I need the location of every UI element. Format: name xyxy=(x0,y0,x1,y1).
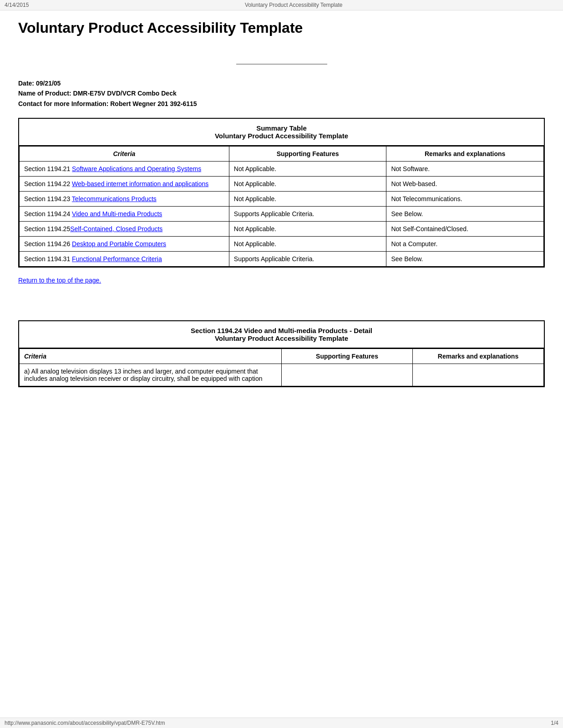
detail-table-header: Section 1194.24 Video and Multi-media Pr… xyxy=(19,321,544,349)
meta-product: Name of Product: DMR-E75V DVD/VCR Combo … xyxy=(18,88,545,98)
detail-col-remarks: Remarks and explanations xyxy=(413,349,544,364)
section-spacer xyxy=(18,302,545,320)
meta-contact-label: Contact for more Information: xyxy=(18,100,108,107)
meta-contact-value: Robert Wegner 201 392-6115 xyxy=(110,100,197,107)
summary-table-title: Summary Table xyxy=(25,124,538,132)
return-link[interactable]: Return to the top of the page. xyxy=(18,277,101,284)
criteria-cell: Section 1194.21 Software Applications an… xyxy=(20,162,229,177)
table-row: Section 1194.23 Telecommunications Produ… xyxy=(20,192,544,207)
criteria-cell: Section 1194.23 Telecommunications Produ… xyxy=(20,192,229,207)
summary-table-header: Summary Table Voluntary Product Accessib… xyxy=(19,119,544,146)
col-remarks: Remarks and explanations xyxy=(386,147,544,162)
detail-col-supporting: Supporting Features xyxy=(282,349,413,364)
meta-contact: Contact for more Information: Robert Weg… xyxy=(18,99,545,109)
browser-bar: 4/14/2015 Voluntary Product Accessibilit… xyxy=(0,0,563,10)
page-title: Voluntary Product Accessibility Template xyxy=(18,20,545,36)
remarks-cell: See Below. xyxy=(386,252,544,267)
remarks-cell: Not Software. xyxy=(386,162,544,177)
supporting-cell: Not Applicable. xyxy=(229,237,386,252)
table-row: Section 1194.21 Software Applications an… xyxy=(20,162,544,177)
browser-date: 4/14/2015 xyxy=(5,2,29,8)
detail-table-wrapper: Section 1194.24 Video and Multi-media Pr… xyxy=(18,320,545,387)
criteria-link[interactable]: Telecommunications Products xyxy=(72,195,157,202)
page-content: Voluntary Product Accessibility Template… xyxy=(0,10,563,415)
criteria-cell: Section 1194.25Self-Contained, Closed Pr… xyxy=(20,222,229,237)
supporting-cell: Not Applicable. xyxy=(229,192,386,207)
remarks-cell: See Below. xyxy=(386,207,544,222)
remarks-cell: Not Self-Contained/Closed. xyxy=(386,222,544,237)
detail-supporting-cell xyxy=(282,364,413,386)
meta-date-label: Date: xyxy=(18,80,34,87)
table-row: Section 1194.26 Desktop and Portable Com… xyxy=(20,237,544,252)
criteria-link[interactable]: Software Applications and Operating Syst… xyxy=(72,165,201,172)
table-row: Section 1194.25Self-Contained, Closed Pr… xyxy=(20,222,544,237)
criteria-cell: Section 1194.22 Web-based internet infor… xyxy=(20,177,229,192)
supporting-cell: Not Applicable. xyxy=(229,162,386,177)
table-row: a) All analog television displays 13 inc… xyxy=(20,364,544,386)
supporting-cell: Not Applicable. xyxy=(229,222,386,237)
col-supporting: Supporting Features xyxy=(229,147,386,162)
criteria-cell: Section 1194.31 Functional Performance C… xyxy=(20,252,229,267)
criteria-link[interactable]: Self-Contained, Closed Products xyxy=(70,225,162,233)
detail-remarks-cell xyxy=(413,364,544,386)
table-row: Section 1194.22 Web-based internet infor… xyxy=(20,177,544,192)
summary-table-wrapper: Summary Table Voluntary Product Accessib… xyxy=(18,118,545,268)
criteria-cell: Section 1194.26 Desktop and Portable Com… xyxy=(20,237,229,252)
browser-page-title: Voluntary Product Accessibility Template xyxy=(245,2,343,8)
supporting-cell: Not Applicable. xyxy=(229,177,386,192)
remarks-cell: Not Telecommunications. xyxy=(386,192,544,207)
meta-date-value: 09/21/05 xyxy=(36,80,61,87)
detail-table-header-row: Criteria Supporting Features Remarks and… xyxy=(20,349,544,364)
meta-product-label: Name of Product: xyxy=(18,90,71,97)
supporting-cell: Supports Applicable Criteria. xyxy=(229,252,386,267)
meta-product-value: DMR-E75V DVD/VCR Combo Deck xyxy=(73,90,177,97)
criteria-link[interactable]: Functional Performance Criteria xyxy=(72,255,162,263)
criteria-link[interactable]: Web-based internet information and appli… xyxy=(72,180,208,187)
remarks-cell: Not a Computer. xyxy=(386,237,544,252)
remarks-cell: Not Web-based. xyxy=(386,177,544,192)
summary-table-subtitle: Voluntary Product Accessibility Template xyxy=(25,132,538,140)
detail-table: Criteria Supporting Features Remarks and… xyxy=(19,349,544,386)
criteria-link[interactable]: Desktop and Portable Computers xyxy=(72,240,166,248)
detail-criteria-cell: a) All analog television displays 13 inc… xyxy=(20,364,282,386)
meta-info: Date: 09/21/05 Name of Product: DMR-E75V… xyxy=(18,78,545,109)
detail-col-criteria: Criteria xyxy=(20,349,282,364)
table-row: Section 1194.24 Video and Multi-media Pr… xyxy=(20,207,544,222)
supporting-cell: Supports Applicable Criteria. xyxy=(229,207,386,222)
col-criteria: Criteria xyxy=(20,147,229,162)
summary-table: Criteria Supporting Features Remarks and… xyxy=(19,146,544,267)
meta-date: Date: 09/21/05 xyxy=(18,78,545,88)
divider xyxy=(236,64,327,65)
criteria-link[interactable]: Video and Multi-media Products xyxy=(72,210,162,217)
detail-table-subtitle: Voluntary Product Accessibility Template xyxy=(25,334,538,342)
detail-table-title: Section 1194.24 Video and Multi-media Pr… xyxy=(25,327,538,334)
table-row: Section 1194.31 Functional Performance C… xyxy=(20,252,544,267)
criteria-cell: Section 1194.24 Video and Multi-media Pr… xyxy=(20,207,229,222)
summary-table-header-row: Criteria Supporting Features Remarks and… xyxy=(20,147,544,162)
